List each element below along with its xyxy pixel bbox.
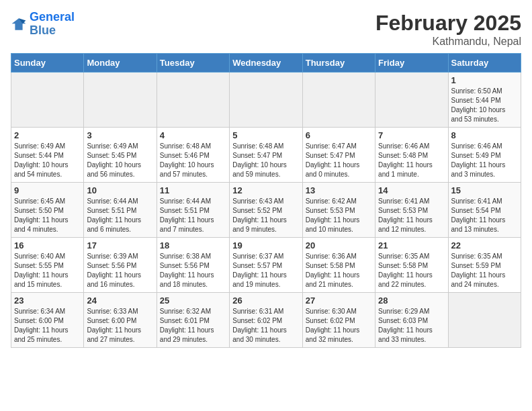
calendar-week-row: 9Sunrise: 6:45 AM Sunset: 5:50 PM Daylig… bbox=[11, 183, 521, 238]
day-info: Sunrise: 6:36 AM Sunset: 5:58 PM Dayligh… bbox=[306, 252, 372, 289]
day-number: 28 bbox=[378, 295, 445, 306]
day-info: Sunrise: 6:50 AM Sunset: 5:44 PM Dayligh… bbox=[451, 87, 518, 124]
calendar-cell: 16Sunrise: 6:40 AM Sunset: 5:55 PM Dayli… bbox=[11, 238, 84, 293]
calendar-cell: 14Sunrise: 6:41 AM Sunset: 5:53 PM Dayli… bbox=[375, 183, 448, 238]
calendar-cell: 24Sunrise: 6:33 AM Sunset: 6:00 PM Dayli… bbox=[84, 293, 157, 348]
day-info: Sunrise: 6:29 AM Sunset: 6:03 PM Dayligh… bbox=[378, 307, 445, 345]
calendar-table: SundayMondayTuesdayWednesdayThursdayFrid… bbox=[11, 53, 521, 348]
day-info: Sunrise: 6:41 AM Sunset: 5:54 PM Dayligh… bbox=[451, 197, 518, 234]
day-info: Sunrise: 6:44 AM Sunset: 5:51 PM Dayligh… bbox=[87, 197, 153, 234]
calendar-cell: 22Sunrise: 6:35 AM Sunset: 5:59 PM Dayli… bbox=[448, 238, 521, 293]
day-number: 23 bbox=[14, 295, 81, 306]
calendar-cell: 28Sunrise: 6:29 AM Sunset: 6:03 PM Dayli… bbox=[375, 293, 448, 348]
day-info: Sunrise: 6:45 AM Sunset: 5:50 PM Dayligh… bbox=[14, 197, 81, 234]
weekday-header: Monday bbox=[84, 54, 157, 73]
calendar-week-row: 1Sunrise: 6:50 AM Sunset: 5:44 PM Daylig… bbox=[11, 73, 521, 128]
day-number: 26 bbox=[232, 295, 299, 306]
logo: General Blue bbox=[11, 11, 75, 38]
day-number: 27 bbox=[306, 295, 372, 306]
day-info: Sunrise: 6:47 AM Sunset: 5:47 PM Dayligh… bbox=[306, 142, 372, 179]
day-info: Sunrise: 6:32 AM Sunset: 6:01 PM Dayligh… bbox=[160, 307, 226, 345]
location: Kathmandu, Nepal bbox=[375, 36, 521, 48]
day-number: 7 bbox=[378, 130, 445, 140]
calendar-week-row: 16Sunrise: 6:40 AM Sunset: 5:55 PM Dayli… bbox=[11, 238, 521, 293]
calendar-header: SundayMondayTuesdayWednesdayThursdayFrid… bbox=[11, 54, 521, 73]
logo-icon bbox=[11, 16, 27, 32]
weekday-header: Sunday bbox=[11, 54, 84, 73]
day-number: 19 bbox=[232, 240, 299, 250]
calendar-cell: 21Sunrise: 6:35 AM Sunset: 5:58 PM Dayli… bbox=[375, 238, 448, 293]
calendar-cell: 25Sunrise: 6:32 AM Sunset: 6:01 PM Dayli… bbox=[157, 293, 229, 348]
calendar-cell: 13Sunrise: 6:42 AM Sunset: 5:53 PM Dayli… bbox=[302, 183, 375, 238]
day-number: 3 bbox=[87, 130, 153, 140]
day-number: 16 bbox=[14, 240, 81, 250]
logo-text: General Blue bbox=[30, 11, 75, 38]
day-number: 13 bbox=[306, 185, 372, 195]
calendar-week-row: 2Sunrise: 6:49 AM Sunset: 5:44 PM Daylig… bbox=[11, 128, 521, 183]
day-number: 5 bbox=[232, 130, 299, 140]
day-info: Sunrise: 6:35 AM Sunset: 5:59 PM Dayligh… bbox=[451, 252, 518, 289]
day-info: Sunrise: 6:40 AM Sunset: 5:55 PM Dayligh… bbox=[14, 252, 81, 289]
calendar-cell: 18Sunrise: 6:38 AM Sunset: 5:56 PM Dayli… bbox=[157, 238, 229, 293]
calendar-week-row: 23Sunrise: 6:34 AM Sunset: 6:00 PM Dayli… bbox=[11, 293, 521, 348]
calendar-cell: 4Sunrise: 6:48 AM Sunset: 5:46 PM Daylig… bbox=[157, 128, 229, 183]
day-number: 8 bbox=[451, 130, 518, 140]
calendar-cell: 7Sunrise: 6:46 AM Sunset: 5:48 PM Daylig… bbox=[375, 128, 448, 183]
calendar-body: 1Sunrise: 6:50 AM Sunset: 5:44 PM Daylig… bbox=[11, 73, 521, 348]
day-number: 21 bbox=[378, 240, 445, 250]
day-number: 20 bbox=[306, 240, 372, 250]
calendar-cell: 6Sunrise: 6:47 AM Sunset: 5:47 PM Daylig… bbox=[302, 128, 375, 183]
calendar-cell: 10Sunrise: 6:44 AM Sunset: 5:51 PM Dayli… bbox=[84, 183, 157, 238]
day-info: Sunrise: 6:49 AM Sunset: 5:44 PM Dayligh… bbox=[14, 142, 81, 179]
day-info: Sunrise: 6:39 AM Sunset: 5:56 PM Dayligh… bbox=[87, 252, 153, 289]
calendar-cell: 5Sunrise: 6:48 AM Sunset: 5:47 PM Daylig… bbox=[230, 128, 302, 183]
calendar-cell: 8Sunrise: 6:46 AM Sunset: 5:49 PM Daylig… bbox=[448, 128, 521, 183]
month-title: February 2025 bbox=[375, 11, 521, 36]
calendar-cell: 17Sunrise: 6:39 AM Sunset: 5:56 PM Dayli… bbox=[84, 238, 157, 293]
title-block: February 2025 Kathmandu, Nepal bbox=[375, 11, 521, 48]
calendar-cell: 19Sunrise: 6:37 AM Sunset: 5:57 PM Dayli… bbox=[230, 238, 302, 293]
day-info: Sunrise: 6:33 AM Sunset: 6:00 PM Dayligh… bbox=[87, 307, 153, 345]
weekday-header: Tuesday bbox=[157, 54, 229, 73]
day-info: Sunrise: 6:35 AM Sunset: 5:58 PM Dayligh… bbox=[378, 252, 445, 289]
day-number: 15 bbox=[451, 185, 518, 195]
calendar-cell: 1Sunrise: 6:50 AM Sunset: 5:44 PM Daylig… bbox=[448, 73, 521, 128]
day-info: Sunrise: 6:46 AM Sunset: 5:48 PM Dayligh… bbox=[378, 142, 445, 179]
day-number: 18 bbox=[160, 240, 226, 250]
day-number: 24 bbox=[87, 295, 153, 306]
calendar-cell: 9Sunrise: 6:45 AM Sunset: 5:50 PM Daylig… bbox=[11, 183, 84, 238]
day-number: 1 bbox=[451, 75, 518, 85]
day-info: Sunrise: 6:30 AM Sunset: 6:02 PM Dayligh… bbox=[306, 307, 372, 345]
calendar-cell: 11Sunrise: 6:44 AM Sunset: 5:51 PM Dayli… bbox=[157, 183, 229, 238]
page-header: General Blue February 2025 Kathmandu, Ne… bbox=[11, 11, 521, 48]
day-info: Sunrise: 6:34 AM Sunset: 6:00 PM Dayligh… bbox=[14, 307, 81, 345]
calendar-cell bbox=[157, 73, 229, 128]
day-info: Sunrise: 6:41 AM Sunset: 5:53 PM Dayligh… bbox=[378, 197, 445, 234]
calendar-cell: 2Sunrise: 6:49 AM Sunset: 5:44 PM Daylig… bbox=[11, 128, 84, 183]
day-number: 6 bbox=[306, 130, 372, 140]
calendar-cell: 3Sunrise: 6:49 AM Sunset: 5:45 PM Daylig… bbox=[84, 128, 157, 183]
day-info: Sunrise: 6:48 AM Sunset: 5:46 PM Dayligh… bbox=[160, 142, 226, 179]
calendar-cell bbox=[230, 73, 302, 128]
day-info: Sunrise: 6:37 AM Sunset: 5:57 PM Dayligh… bbox=[232, 252, 299, 289]
day-info: Sunrise: 6:31 AM Sunset: 6:02 PM Dayligh… bbox=[232, 307, 299, 345]
day-number: 25 bbox=[160, 295, 226, 306]
day-info: Sunrise: 6:44 AM Sunset: 5:51 PM Dayligh… bbox=[160, 197, 226, 234]
calendar-cell bbox=[375, 73, 448, 128]
day-info: Sunrise: 6:43 AM Sunset: 5:52 PM Dayligh… bbox=[232, 197, 299, 234]
day-number: 14 bbox=[378, 185, 445, 195]
calendar-cell: 20Sunrise: 6:36 AM Sunset: 5:58 PM Dayli… bbox=[302, 238, 375, 293]
day-number: 12 bbox=[232, 185, 299, 195]
day-info: Sunrise: 6:42 AM Sunset: 5:53 PM Dayligh… bbox=[306, 197, 372, 234]
day-number: 9 bbox=[14, 185, 81, 195]
day-number: 4 bbox=[160, 130, 226, 140]
calendar-cell: 27Sunrise: 6:30 AM Sunset: 6:02 PM Dayli… bbox=[302, 293, 375, 348]
calendar-cell: 23Sunrise: 6:34 AM Sunset: 6:00 PM Dayli… bbox=[11, 293, 84, 348]
calendar-cell: 26Sunrise: 6:31 AM Sunset: 6:02 PM Dayli… bbox=[230, 293, 302, 348]
weekday-header: Wednesday bbox=[230, 54, 302, 73]
day-number: 11 bbox=[160, 185, 226, 195]
day-info: Sunrise: 6:38 AM Sunset: 5:56 PM Dayligh… bbox=[160, 252, 226, 289]
weekday-header: Thursday bbox=[302, 54, 375, 73]
calendar-cell bbox=[84, 73, 157, 128]
calendar-cell: 15Sunrise: 6:41 AM Sunset: 5:54 PM Dayli… bbox=[448, 183, 521, 238]
